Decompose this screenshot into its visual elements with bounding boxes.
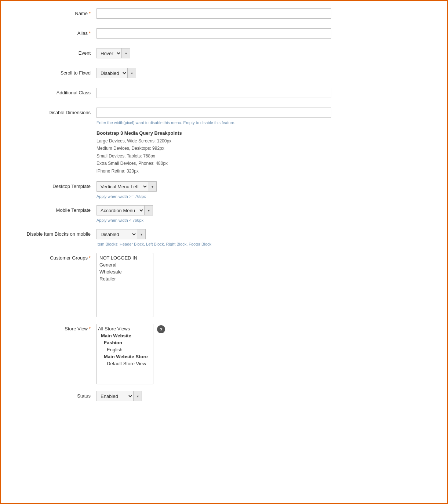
event-row: Event Hover Click ▾ bbox=[16, 48, 432, 61]
mobile-template-control-wrap: Accordion Menu Slideout Menu ▾ Apply whe… bbox=[96, 205, 432, 222]
alias-input[interactable] bbox=[96, 28, 331, 39]
status-row: Status Enabled Disabled ▾ bbox=[16, 391, 432, 404]
store-view-fashion[interactable]: Fashion bbox=[98, 339, 152, 346]
disable-dimensions-label: Disable Dimensions bbox=[16, 108, 96, 115]
desktop-template-split-select: Vertical Menu Left Vertical Menu Right H… bbox=[96, 181, 432, 192]
disable-item-blocks-split-select: Disabled Enabled ▾ bbox=[96, 229, 432, 239]
customer-group-retailer[interactable]: Retailer bbox=[98, 275, 152, 282]
store-view-main-website[interactable]: Main Website bbox=[98, 332, 152, 339]
status-split-select: Enabled Disabled ▾ bbox=[96, 391, 432, 401]
desktop-template-dropdown-btn[interactable]: ▾ bbox=[148, 181, 157, 192]
event-select[interactable]: Hover Click bbox=[96, 48, 121, 58]
customer-group-general[interactable]: General bbox=[98, 261, 152, 268]
disable-item-blocks-dropdown-btn[interactable]: ▾ bbox=[137, 229, 146, 239]
customer-groups-select[interactable]: NOT LOGGED IN General Wholesale Retailer bbox=[96, 253, 153, 317]
event-label: Event bbox=[16, 48, 96, 56]
desktop-template-row: Desktop Template Vertical Menu Left Vert… bbox=[16, 181, 432, 199]
status-dropdown-btn[interactable]: ▾ bbox=[133, 391, 142, 401]
store-view-select[interactable]: All Store Views Main Website Fashion Eng… bbox=[96, 324, 153, 384]
disable-item-blocks-control-wrap: Disabled Enabled ▾ Item Blocks: Header B… bbox=[96, 229, 432, 246]
bootstrap-line-1: Medium Devices, Desktops: 992px bbox=[96, 145, 432, 152]
desktop-template-control-wrap: Vertical Menu Left Vertical Menu Right H… bbox=[96, 181, 432, 199]
additional-class-input[interactable] bbox=[96, 88, 331, 98]
alias-control-wrap bbox=[96, 28, 432, 39]
name-row: Name* bbox=[16, 8, 432, 22]
store-view-default-store-view[interactable]: Default Store View bbox=[98, 360, 152, 367]
status-select[interactable]: Enabled Disabled bbox=[96, 391, 133, 401]
scroll-to-fixed-dropdown-arrow: ▾ bbox=[131, 71, 133, 75]
store-view-english[interactable]: English bbox=[98, 346, 152, 353]
status-dropdown-arrow: ▾ bbox=[137, 394, 139, 398]
alias-row: Alias* bbox=[16, 28, 432, 41]
bootstrap-line-3: Extra Small Devices, Phones: 480px bbox=[96, 160, 432, 167]
additional-class-label: Additional Class bbox=[16, 88, 96, 95]
scroll-to-fixed-split-select: Disabled Enabled ▾ bbox=[96, 68, 432, 78]
disable-item-blocks-label: Disable Item Blocks on mobile bbox=[16, 229, 96, 237]
customer-groups-required: * bbox=[89, 255, 91, 261]
customer-groups-label: Customer Groups* bbox=[16, 253, 96, 261]
name-input[interactable] bbox=[96, 8, 331, 19]
desktop-template-dropdown-arrow: ▾ bbox=[152, 185, 153, 189]
scroll-to-fixed-select[interactable]: Disabled Enabled bbox=[96, 68, 127, 78]
store-view-row: Store View* All Store Views Main Website… bbox=[16, 324, 432, 384]
disable-dimensions-hint: Enter the width(pixel) want to disable t… bbox=[96, 120, 432, 125]
mobile-template-hint: Apply when width < 768px bbox=[96, 218, 432, 222]
customer-group-not-logged-in[interactable]: NOT LOGGED IN bbox=[98, 254, 152, 261]
desktop-template-hint: Apply when width >= 768px bbox=[96, 194, 432, 199]
mobile-template-row: Mobile Template Accordion Menu Slideout … bbox=[16, 205, 432, 222]
event-dropdown-arrow: ▾ bbox=[125, 51, 127, 55]
event-control-wrap: Hover Click ▾ bbox=[96, 48, 432, 58]
mobile-template-dropdown-arrow: ▾ bbox=[148, 209, 150, 213]
name-required: * bbox=[89, 11, 91, 16]
store-view-label: Store View* bbox=[16, 324, 96, 331]
bootstrap-line-0: Large Devices, Wide Screens: 1200px bbox=[96, 137, 432, 145]
additional-class-control-wrap bbox=[96, 88, 432, 98]
scroll-to-fixed-dropdown-btn[interactable]: ▾ bbox=[127, 68, 136, 78]
bootstrap-line-2: Small Devices, Tablets: 768px bbox=[96, 152, 432, 160]
form-container: Name* Alias* Event Hover Click ▾ bbox=[1, 1, 447, 425]
disable-item-blocks-select[interactable]: Disabled Enabled bbox=[96, 229, 137, 239]
store-view-wrap: All Store Views Main Website Fashion Eng… bbox=[96, 324, 432, 384]
bootstrap-title: Bootstrap 3 Media Query Breakpoints bbox=[96, 129, 432, 137]
disable-dimensions-row: Disable Dimensions Enter the width(pixel… bbox=[16, 108, 432, 175]
name-label: Name* bbox=[16, 8, 96, 16]
bootstrap-line-4: iPhone Retina: 320px bbox=[96, 167, 432, 175]
customer-group-wholesale[interactable]: Wholesale bbox=[98, 268, 152, 275]
mobile-template-split-select: Accordion Menu Slideout Menu ▾ bbox=[96, 205, 432, 215]
customer-groups-row: Customer Groups* NOT LOGGED IN General W… bbox=[16, 253, 432, 317]
customer-groups-control-wrap: NOT LOGGED IN General Wholesale Retailer bbox=[96, 253, 432, 317]
store-view-required: * bbox=[89, 326, 91, 331]
scroll-to-fixed-label: Scroll to Fixed bbox=[16, 68, 96, 76]
store-view-main-website-store[interactable]: Main Website Store bbox=[98, 353, 152, 360]
bootstrap-info-block: Bootstrap 3 Media Query Breakpoints Larg… bbox=[96, 129, 432, 175]
name-control-wrap bbox=[96, 8, 432, 19]
disable-dimensions-control-wrap: Enter the width(pixel) want to disable t… bbox=[96, 108, 432, 175]
store-view-all[interactable]: All Store Views bbox=[98, 325, 152, 332]
store-view-help-icon[interactable]: ? bbox=[157, 325, 165, 333]
desktop-template-label: Desktop Template bbox=[16, 181, 96, 189]
store-view-control-wrap: All Store Views Main Website Fashion Eng… bbox=[96, 324, 432, 384]
disable-dimensions-input[interactable] bbox=[96, 108, 331, 118]
status-control-wrap: Enabled Disabled ▾ bbox=[96, 391, 432, 401]
alias-label: Alias* bbox=[16, 28, 96, 36]
event-dropdown-btn[interactable]: ▾ bbox=[121, 48, 130, 58]
item-blocks-hint: Item Blocks: Header Block, Left Block, R… bbox=[96, 242, 432, 246]
disable-item-blocks-dropdown-arrow: ▾ bbox=[141, 232, 142, 236]
mobile-template-label: Mobile Template bbox=[16, 205, 96, 213]
disable-item-blocks-row: Disable Item Blocks on mobile Disabled E… bbox=[16, 229, 432, 246]
scroll-to-fixed-control-wrap: Disabled Enabled ▾ bbox=[96, 68, 432, 78]
mobile-template-select[interactable]: Accordion Menu Slideout Menu bbox=[96, 205, 144, 215]
scroll-to-fixed-row: Scroll to Fixed Disabled Enabled ▾ bbox=[16, 68, 432, 81]
status-label: Status bbox=[16, 391, 96, 399]
desktop-template-select[interactable]: Vertical Menu Left Vertical Menu Right H… bbox=[96, 181, 148, 192]
mobile-template-dropdown-btn[interactable]: ▾ bbox=[144, 205, 153, 215]
event-split-select: Hover Click ▾ bbox=[96, 48, 432, 58]
additional-class-row: Additional Class bbox=[16, 88, 432, 101]
alias-required: * bbox=[89, 30, 91, 36]
